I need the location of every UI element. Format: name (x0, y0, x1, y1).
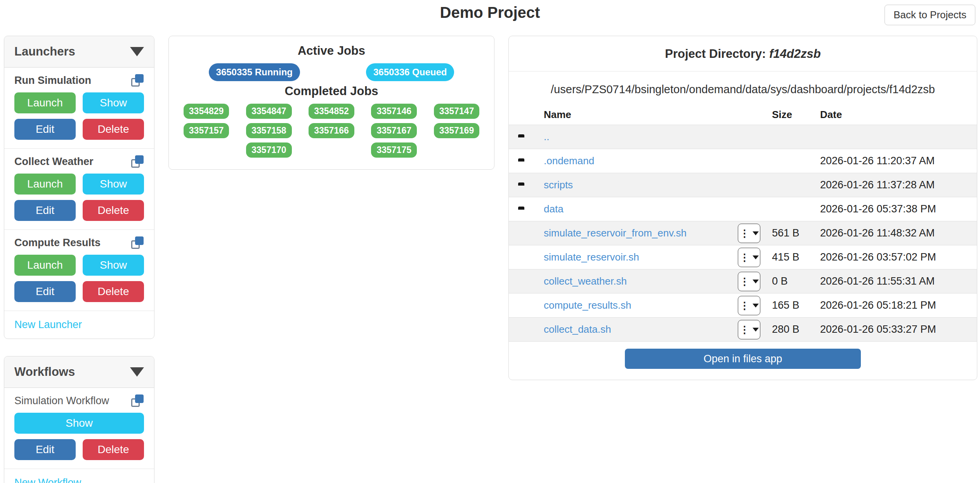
file-name-link[interactable]: compute_results.sh (544, 299, 631, 311)
launcher-card-title-row: Run Simulation (14, 74, 144, 87)
launcher-button-grid: LaunchShowEditDelete (14, 255, 144, 302)
file-name-cell: simulate_reservoir.sh (544, 251, 738, 263)
delete-button[interactable]: Delete (83, 119, 144, 140)
completed-job-badge: 3354829 (184, 104, 229, 119)
file-name-cell: compute_results.sh (544, 299, 738, 311)
file-name-link[interactable]: data (544, 203, 564, 215)
file-actions-dropdown-button[interactable]: ⋮ (738, 248, 760, 267)
show-button[interactable]: Show (83, 255, 144, 276)
copy-icon[interactable] (131, 155, 144, 168)
edit-button[interactable]: Edit (14, 119, 76, 140)
caret-down-icon (753, 231, 759, 235)
launch-button[interactable]: Launch (14, 92, 76, 113)
copy-icon[interactable] (131, 394, 144, 407)
launch-button[interactable]: Launch (14, 174, 76, 195)
file-name-cell: collect_weather.sh (544, 275, 738, 287)
file-name-link[interactable]: collect_data.sh (544, 323, 611, 335)
launchers-panel-header[interactable]: Launchers (4, 36, 154, 68)
launchers-panel-footer: New Launcher (4, 311, 154, 339)
kebab-dots-icon: ⋮ (740, 252, 750, 262)
project-directory-name: f14d2zsb (769, 47, 821, 61)
new-launcher-link[interactable]: New Launcher (14, 319, 82, 330)
edit-button[interactable]: Edit (14, 281, 76, 302)
collapse-caret-icon[interactable] (130, 367, 144, 377)
main-content: Launchers Run SimulationLaunchShowEditDe… (0, 36, 980, 483)
copy-icon-front-square (135, 236, 144, 245)
file-size: 280 B (772, 323, 820, 335)
file-actions-dropdown-button[interactable]: ⋮ (738, 320, 760, 339)
table-row: simulate_reservoir.sh⋮415 B2026-01-26 03… (509, 245, 977, 269)
table-row: scripts2026-01-26 11:37:28 AM (509, 173, 977, 197)
delete-button[interactable]: Delete (83, 439, 144, 460)
show-button[interactable]: Show (83, 92, 144, 113)
file-date: 2026-01-26 05:18:21 PM (820, 299, 971, 311)
copy-icon[interactable] (131, 74, 144, 87)
file-name-link[interactable]: simulate_reservoir.sh (544, 251, 639, 263)
collapse-caret-icon[interactable] (130, 47, 144, 56)
launcher-card: Compute ResultsLaunchShowEditDelete (4, 230, 154, 311)
project-directory-title: Project Directory: f14d2zsb (509, 36, 977, 71)
file-name-link[interactable]: .. (544, 131, 549, 142)
delete-button[interactable]: Delete (83, 281, 144, 302)
completed-jobs-column: 335714633571673357175 (363, 104, 425, 158)
edit-button[interactable]: Edit (14, 200, 76, 221)
copy-icon[interactable] (131, 236, 144, 249)
file-date: 2026-01-26 11:48:32 AM (820, 227, 971, 239)
workflows-panel-header[interactable]: Workflows (4, 356, 154, 388)
file-date: 2026-01-26 11:20:37 AM (820, 155, 971, 167)
file-name-cell: scripts (544, 179, 738, 191)
file-actions-dropdown-button[interactable]: ⋮ (738, 296, 760, 315)
launcher-card: Run SimulationLaunchShowEditDelete (4, 68, 154, 149)
workflow-card-title: Simulation Workflow (14, 395, 109, 407)
workflows-panel: Workflows Simulation WorkflowShowEditDel… (4, 356, 154, 483)
completed-job-badge: 3354847 (246, 104, 292, 119)
launch-button[interactable]: Launch (14, 255, 76, 276)
show-button[interactable]: Show (14, 413, 144, 434)
page-title: Demo Project (0, 4, 980, 21)
file-name-cell: simulate_reservoir_from_env.sh (544, 227, 738, 239)
file-name-cell: collect_data.sh (544, 323, 738, 335)
completed-job-badge: 3357170 (246, 142, 292, 158)
file-name-link[interactable]: .ondemand (544, 155, 594, 167)
file-name-link[interactable]: collect_weather.sh (544, 275, 627, 287)
completed-jobs-column: 33571473357169 (425, 104, 488, 158)
copy-icon-front-square (135, 155, 144, 164)
completed-jobs-column: 335484733571583357170 (238, 104, 300, 158)
completed-job-badge: 3357146 (371, 104, 417, 119)
delete-button[interactable]: Delete (83, 200, 144, 221)
completed-job-badge: 3357157 (184, 123, 229, 138)
back-to-projects-button[interactable]: Back to Projects (885, 5, 975, 25)
file-name-cell: .. (544, 131, 738, 143)
file-menu-cell: ⋮ (738, 320, 772, 339)
show-button[interactable]: Show (83, 174, 144, 195)
edit-button[interactable]: Edit (14, 439, 76, 460)
file-name-link[interactable]: simulate_reservoir_from_env.sh (544, 227, 687, 239)
copy-icon-front-square (135, 74, 144, 83)
caret-down-icon (753, 304, 759, 308)
launcher-card-title-row: Compute Results (14, 236, 144, 249)
workflows-panel-footer: New Workflow (4, 469, 154, 483)
workflow-card: Simulation WorkflowShowEditDelete (4, 388, 154, 469)
table-row: .. (509, 125, 977, 149)
launcher-card-title-row: Collect Weather (14, 155, 144, 168)
file-size: 0 B (772, 275, 820, 287)
file-name-cell: .ondemand (544, 155, 738, 167)
file-menu-cell: ⋮ (738, 248, 772, 267)
column-header-size: Size (772, 109, 820, 121)
file-name-link[interactable]: scripts (544, 179, 573, 191)
table-row: collect_weather.sh⋮0 B2026-01-26 11:55:3… (509, 269, 977, 293)
completed-job-badge: 3354852 (309, 104, 354, 119)
project-directory-path: /users/PZS0714/bsingleton/ondemand/data/… (509, 83, 977, 96)
completed-job-badge: 3357169 (434, 123, 480, 138)
jobs-panel: Active Jobs 3650335 Running3650336 Queue… (168, 36, 494, 170)
completed-job-badge: 3357158 (246, 123, 292, 138)
file-size: 415 B (772, 251, 820, 263)
new-workflow-link[interactable]: New Workflow (14, 477, 81, 483)
file-actions-dropdown-button[interactable]: ⋮ (738, 272, 760, 291)
open-in-files-app-button[interactable]: Open in files app (625, 349, 861, 369)
workflow-card-list: Simulation WorkflowShowEditDelete (4, 388, 154, 469)
file-actions-dropdown-button[interactable]: ⋮ (738, 224, 760, 243)
file-date: 2026-01-26 05:37:38 PM (820, 203, 971, 215)
kebab-dots-icon: ⋮ (740, 228, 750, 238)
kebab-dots-icon: ⋮ (740, 276, 750, 287)
